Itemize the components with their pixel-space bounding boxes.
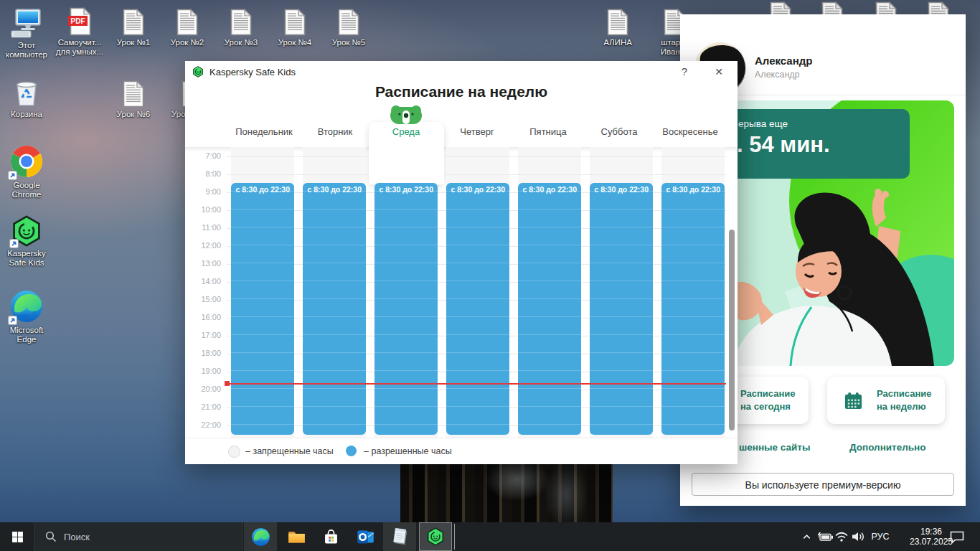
schedule-week-card[interactable]: Расписание на неделю xyxy=(827,377,945,424)
taskbar-app-file-explorer[interactable] xyxy=(280,522,313,551)
start-button[interactable] xyxy=(0,522,34,551)
card-line: на неделю xyxy=(877,400,932,413)
current-time-line xyxy=(226,383,726,385)
selected-day-card-overlay xyxy=(369,147,444,184)
shortcut-arrow-icon xyxy=(9,239,19,248)
tray-action-center[interactable] xyxy=(944,522,970,551)
desktop-icon-label: Урок №3 xyxy=(225,38,258,47)
desktop-icon-this-pc[interactable]: Этот компьютер xyxy=(1,9,52,60)
allowed-hours-bar-thursday[interactable]: с 8:30 до 22:30 xyxy=(446,183,509,435)
allowed-hours-bar-monday[interactable]: с 8:30 до 22:30 xyxy=(231,183,294,435)
tab-tuesday[interactable]: Вторник xyxy=(296,126,374,137)
bear-mascot-icon xyxy=(389,104,423,124)
taskbar-app-notepad[interactable] xyxy=(383,522,416,551)
more-link[interactable]: Дополнительно xyxy=(849,442,926,453)
desktop-icon-urok-1[interactable]: Урок №1 xyxy=(108,9,159,47)
action-center-icon xyxy=(949,530,965,543)
desktop-icon-microsoft-edge[interactable]: Microsoft Edge xyxy=(1,289,52,344)
desktop-icon-google-chrome[interactable]: Google Chrome xyxy=(1,144,52,199)
allowed-hours-bar-saturday[interactable]: с 8:30 до 22:30 xyxy=(590,183,653,435)
desktop-icon-label: Google Chrome xyxy=(1,181,52,199)
volume-icon xyxy=(851,531,865,542)
card-line: Расписание xyxy=(877,387,932,400)
desktop-icon-label: Корзина xyxy=(11,110,42,119)
taskbar-app-microsoft-store[interactable] xyxy=(314,522,347,551)
shortcut-arrow-icon xyxy=(8,316,17,325)
hour-labels: 7:008:00 9:0010:00 11:0012:00 13:0014:00… xyxy=(192,147,225,434)
taskbar-separator xyxy=(454,524,455,550)
allowed-sites-link[interactable]: шенные сайты xyxy=(739,442,810,453)
card-line: Расписание xyxy=(740,387,796,400)
desktop-icon-label: Microsoft Edge xyxy=(1,326,52,344)
desktop-icon-kaspersky-safe-kids[interactable]: Kaspersky Safe Kids xyxy=(1,215,52,268)
file-explorer-icon xyxy=(287,527,306,547)
desktop-icon-label: Урок №5 xyxy=(332,38,366,47)
allowed-hours-bar-tuesday[interactable]: с 8:30 до 22:30 xyxy=(303,183,366,435)
allowed-hours-bar-wednesday[interactable]: с 8:30 до 22:30 xyxy=(374,183,438,435)
chevron-up-icon xyxy=(801,532,812,542)
premium-version-button[interactable]: Вы используете премиум-версию xyxy=(692,473,954,496)
banner-caption: ерыва еще xyxy=(738,118,788,129)
window-title: Kaspersky Safe Kids xyxy=(209,67,296,77)
taskbar-app-outlook[interactable] xyxy=(349,522,382,551)
desktop-icon-label: Урок №2 xyxy=(171,38,204,47)
help-button[interactable]: ? xyxy=(677,65,692,79)
pdf-file-icon xyxy=(68,7,91,36)
desktop-icon-urok-5[interactable]: Урок №5 xyxy=(323,9,374,47)
allowed-hours-bar-friday[interactable]: с 8:30 до 22:30 xyxy=(518,183,581,435)
desktop-icon-urok-6[interactable]: Урок №6 xyxy=(108,80,159,119)
clock-time: 19:36 xyxy=(920,527,942,537)
taskbar-app-kaspersky-safe-kids[interactable] xyxy=(419,522,452,551)
desktop-icon-pdf-book[interactable]: Самоучит... для умных... xyxy=(54,7,105,57)
document-icon xyxy=(176,9,198,36)
desktop-icon-label: АЛИНА xyxy=(603,38,632,47)
desktop-icon-label: Урок №1 xyxy=(117,38,151,47)
battery-icon xyxy=(815,532,834,542)
desktop: { "desktop": { "row1": ["Этот компьютер"… xyxy=(0,0,980,551)
tab-friday[interactable]: Пятница xyxy=(509,126,588,137)
desktop-icon-urok-4[interactable]: Урок №4 xyxy=(269,9,321,47)
taskbar-app-edge[interactable] xyxy=(244,522,277,551)
kaspersky-safe-kids-icon xyxy=(192,66,204,77)
document-icon xyxy=(607,9,628,36)
outlook-icon xyxy=(356,527,375,547)
shortcut-arrow-icon xyxy=(8,171,17,180)
desktop-icon-label: Урок №6 xyxy=(117,110,151,119)
taskbar-search[interactable]: Поиск xyxy=(34,522,242,551)
recycle-bin-icon xyxy=(14,77,39,108)
card-line: на сегодня xyxy=(740,400,796,413)
search-placeholder: Поиск xyxy=(64,532,90,542)
desktop-icon-urok-3[interactable]: Урок №3 xyxy=(215,9,267,47)
edge-icon xyxy=(251,527,270,547)
allowed-hours-bar-sunday[interactable]: с 8:30 до 22:30 xyxy=(661,183,725,435)
desktop-icon-urok-2[interactable]: Урок №2 xyxy=(161,9,213,47)
legend: – запрещенные часы – разрешенные часы xyxy=(185,438,738,464)
desktop-icon-alina[interactable]: АЛИНА xyxy=(592,9,644,47)
tab-monday[interactable]: Понедельник xyxy=(225,126,303,137)
desktop-icon-label: Самоучит... для умных... xyxy=(54,38,105,57)
document-icon xyxy=(284,9,306,36)
allowed-hours-label: – разрешенные часы xyxy=(364,446,452,456)
document-icon xyxy=(123,80,144,108)
tray-language[interactable]: РУС xyxy=(867,522,893,551)
microsoft-store-icon xyxy=(321,527,341,547)
windows-logo-icon xyxy=(11,531,24,543)
calendar-icon xyxy=(844,391,863,410)
profile-subname: Александр xyxy=(755,70,800,80)
current-time-marker xyxy=(225,381,230,386)
close-button[interactable]: ✕ xyxy=(712,65,726,79)
forbidden-hours-swatch xyxy=(228,446,240,458)
page-title: Расписание на неделю xyxy=(185,83,738,100)
desktop-icon-label: Kaspersky Safe Kids xyxy=(1,249,52,268)
tab-thursday[interactable]: Четверг xyxy=(438,126,517,137)
desktop-icon-recycle-bin[interactable]: Корзина xyxy=(1,77,52,119)
document-icon xyxy=(338,9,359,36)
tray-volume[interactable] xyxy=(849,522,867,551)
document-icon xyxy=(123,9,144,36)
schedule-window: Kaspersky Safe Kids ? ✕ Расписание на не… xyxy=(185,61,738,464)
tab-wednesday[interactable]: Среда xyxy=(367,126,446,137)
document-icon xyxy=(230,9,252,36)
vertical-scrollbar[interactable] xyxy=(729,230,735,430)
tab-sunday[interactable]: Воскресенье xyxy=(651,126,730,137)
tab-saturday[interactable]: Суббота xyxy=(580,126,659,137)
